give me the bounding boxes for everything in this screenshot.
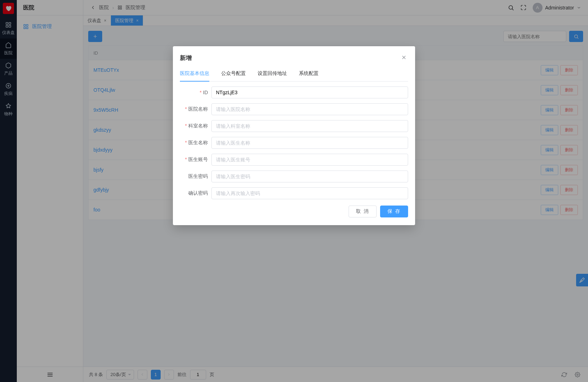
dialog-tab-wechat[interactable]: 公众号配置 — [221, 70, 246, 82]
field-label-doctor: *医生名称 — [180, 140, 211, 146]
cancel-button[interactable]: 取 消 — [349, 206, 377, 217]
dialog-title: 新增 — [180, 54, 192, 62]
close-icon — [401, 55, 407, 60]
field-label-password: 医生密码 — [180, 173, 211, 180]
field-input-dept[interactable] — [211, 120, 408, 132]
field-label-id: *ID — [180, 90, 211, 95]
field-input-password[interactable] — [211, 171, 408, 182]
field-input-confirm[interactable] — [211, 187, 408, 199]
field-input-account[interactable] — [211, 154, 408, 166]
field-label-dept: *科室名称 — [180, 123, 211, 129]
field-label-account: *医生账号 — [180, 157, 211, 163]
modal-mask: 新增 医院基本信息 公众号配置 设置回传地址 系统配置 *ID*医院名称*科室名… — [0, 0, 588, 382]
dialog-tabs: 医院基本信息 公众号配置 设置回传地址 系统配置 — [180, 70, 408, 82]
field-label-confirm: 确认密码 — [180, 190, 211, 196]
save-button[interactable]: 保 存 — [380, 206, 408, 217]
dialog-tab-system[interactable]: 系统配置 — [299, 70, 318, 82]
dialog-close[interactable] — [400, 53, 408, 63]
field-input-hospital[interactable] — [211, 103, 408, 115]
dialog-tab-callback[interactable]: 设置回传地址 — [258, 70, 287, 82]
dialog-tab-basic[interactable]: 医院基本信息 — [180, 70, 209, 82]
field-label-hospital: *医院名称 — [180, 106, 211, 112]
field-input-id[interactable] — [211, 86, 408, 98]
field-input-doctor[interactable] — [211, 137, 408, 149]
add-hospital-dialog: 新增 医院基本信息 公众号配置 设置回传地址 系统配置 *ID*医院名称*科室名… — [173, 46, 415, 225]
